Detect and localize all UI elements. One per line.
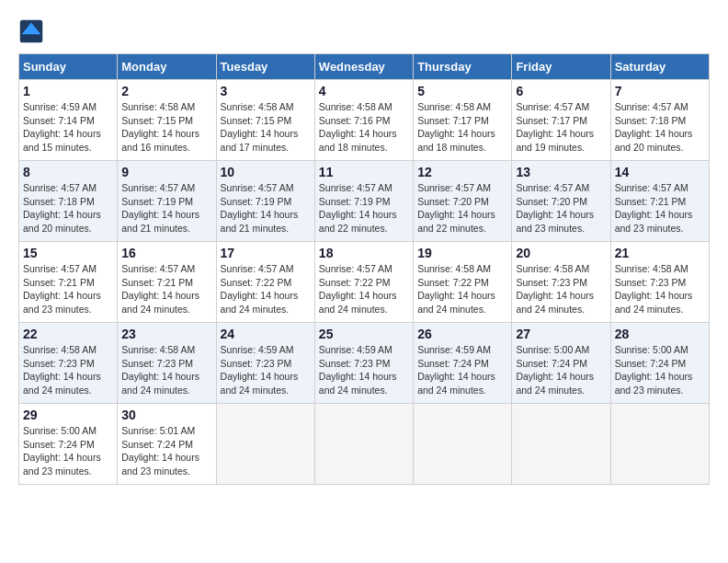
day-number: 9 [121, 165, 211, 179]
day-number: 30 [121, 408, 211, 422]
day-number: 27 [516, 327, 606, 341]
calendar-week-row-2: 8 Sunrise: 4:57 AM Sunset: 7:18 PM Dayli… [19, 161, 710, 242]
calendar-cell: 1 Sunrise: 4:59 AM Sunset: 7:14 PM Dayli… [19, 80, 118, 161]
col-header-sunday: Sunday [19, 54, 118, 80]
logo-icon [18, 18, 44, 44]
day-info: Sunrise: 4:57 AM Sunset: 7:18 PM Dayligh… [23, 181, 113, 236]
day-info: Sunrise: 4:59 AM Sunset: 7:23 PM Dayligh… [221, 343, 311, 397]
day-info: Sunrise: 5:00 AM Sunset: 7:24 PM Dayligh… [516, 343, 606, 397]
day-info: Sunrise: 4:58 AM Sunset: 7:17 PM Dayligh… [417, 100, 507, 155]
day-number: 19 [417, 246, 507, 260]
day-info: Sunrise: 4:57 AM Sunset: 7:19 PM Dayligh… [121, 181, 211, 236]
calendar-cell: 4 Sunrise: 4:58 AM Sunset: 7:16 PM Dayli… [314, 80, 413, 161]
day-info: Sunrise: 4:58 AM Sunset: 7:23 PM Dayligh… [121, 343, 211, 397]
day-number: 12 [417, 165, 507, 179]
day-info: Sunrise: 4:57 AM Sunset: 7:22 PM Dayligh… [319, 262, 409, 316]
calendar-cell: 26 Sunrise: 4:59 AM Sunset: 7:24 PM Dayl… [414, 323, 512, 404]
day-info: Sunrise: 4:58 AM Sunset: 7:15 PM Dayligh… [121, 100, 211, 155]
calendar-cell: 12 Sunrise: 4:57 AM Sunset: 7:20 PM Dayl… [414, 161, 512, 242]
day-number: 3 [221, 84, 311, 98]
calendar-cell: 15 Sunrise: 4:57 AM Sunset: 7:21 PM Dayl… [19, 242, 118, 323]
calendar-cell [216, 404, 314, 485]
day-info: Sunrise: 4:57 AM Sunset: 7:22 PM Dayligh… [221, 262, 311, 316]
day-number: 29 [23, 408, 113, 422]
calendar-cell: 16 Sunrise: 4:57 AM Sunset: 7:21 PM Dayl… [118, 242, 216, 323]
day-info: Sunrise: 4:57 AM Sunset: 7:19 PM Dayligh… [319, 181, 409, 236]
calendar-cell: 30 Sunrise: 5:01 AM Sunset: 7:24 PM Dayl… [118, 404, 216, 485]
day-number: 4 [319, 84, 409, 98]
day-info: Sunrise: 4:58 AM Sunset: 7:15 PM Dayligh… [221, 100, 311, 155]
col-header-monday: Monday [118, 54, 216, 80]
calendar-cell [314, 404, 413, 485]
day-number: 15 [23, 246, 113, 260]
day-info: Sunrise: 4:58 AM Sunset: 7:22 PM Dayligh… [417, 262, 507, 316]
day-info: Sunrise: 4:57 AM Sunset: 7:20 PM Dayligh… [516, 181, 606, 236]
day-info: Sunrise: 4:57 AM Sunset: 7:21 PM Dayligh… [121, 262, 211, 316]
calendar-cell: 18 Sunrise: 4:57 AM Sunset: 7:22 PM Dayl… [314, 242, 413, 323]
calendar-cell: 19 Sunrise: 4:58 AM Sunset: 7:22 PM Dayl… [414, 242, 512, 323]
day-number: 17 [221, 246, 311, 260]
calendar-cell: 6 Sunrise: 4:57 AM Sunset: 7:17 PM Dayli… [512, 80, 610, 161]
day-number: 16 [121, 246, 211, 260]
day-info: Sunrise: 4:58 AM Sunset: 7:23 PM Dayligh… [516, 262, 606, 316]
day-number: 11 [319, 165, 409, 179]
calendar-header-row: SundayMondayTuesdayWednesdayThursdayFrid… [19, 54, 710, 80]
day-info: Sunrise: 4:58 AM Sunset: 7:23 PM Dayligh… [23, 343, 113, 397]
calendar-cell: 21 Sunrise: 4:58 AM Sunset: 7:23 PM Dayl… [610, 242, 709, 323]
day-info: Sunrise: 4:57 AM Sunset: 7:17 PM Dayligh… [516, 100, 606, 155]
day-info: Sunrise: 5:01 AM Sunset: 7:24 PM Dayligh… [121, 424, 211, 478]
day-info: Sunrise: 5:00 AM Sunset: 7:24 PM Dayligh… [615, 343, 705, 397]
calendar-week-row-3: 15 Sunrise: 4:57 AM Sunset: 7:21 PM Dayl… [19, 242, 710, 323]
day-number: 6 [516, 84, 606, 98]
day-info: Sunrise: 5:00 AM Sunset: 7:24 PM Dayligh… [23, 424, 113, 478]
day-number: 13 [516, 165, 606, 179]
calendar-cell: 8 Sunrise: 4:57 AM Sunset: 7:18 PM Dayli… [19, 161, 118, 242]
calendar-cell: 3 Sunrise: 4:58 AM Sunset: 7:15 PM Dayli… [216, 80, 314, 161]
calendar-cell: 5 Sunrise: 4:58 AM Sunset: 7:17 PM Dayli… [414, 80, 512, 161]
day-info: Sunrise: 4:57 AM Sunset: 7:21 PM Dayligh… [23, 262, 113, 316]
calendar-cell: 27 Sunrise: 5:00 AM Sunset: 7:24 PM Dayl… [512, 323, 610, 404]
calendar-cell: 29 Sunrise: 5:00 AM Sunset: 7:24 PM Dayl… [19, 404, 118, 485]
day-number: 14 [615, 165, 705, 179]
day-number: 23 [121, 327, 211, 341]
day-number: 1 [23, 84, 113, 98]
col-header-tuesday: Tuesday [216, 54, 314, 80]
col-header-saturday: Saturday [610, 54, 709, 80]
calendar-cell: 2 Sunrise: 4:58 AM Sunset: 7:15 PM Dayli… [118, 80, 216, 161]
day-number: 26 [417, 327, 507, 341]
calendar-cell: 11 Sunrise: 4:57 AM Sunset: 7:19 PM Dayl… [314, 161, 413, 242]
col-header-thursday: Thursday [414, 54, 512, 80]
day-number: 22 [23, 327, 113, 341]
calendar-cell: 28 Sunrise: 5:00 AM Sunset: 7:24 PM Dayl… [610, 323, 709, 404]
day-number: 2 [121, 84, 211, 98]
calendar-week-row-1: 1 Sunrise: 4:59 AM Sunset: 7:14 PM Dayli… [19, 80, 710, 161]
calendar-cell: 14 Sunrise: 4:57 AM Sunset: 7:21 PM Dayl… [610, 161, 709, 242]
day-info: Sunrise: 4:59 AM Sunset: 7:24 PM Dayligh… [417, 343, 507, 397]
day-number: 21 [615, 246, 705, 260]
day-number: 20 [516, 246, 606, 260]
day-number: 5 [417, 84, 507, 98]
day-info: Sunrise: 4:57 AM Sunset: 7:18 PM Dayligh… [615, 100, 705, 155]
calendar-cell [512, 404, 610, 485]
calendar-cell: 10 Sunrise: 4:57 AM Sunset: 7:19 PM Dayl… [216, 161, 314, 242]
logo [18, 18, 48, 44]
day-number: 7 [615, 84, 705, 98]
calendar-cell: 22 Sunrise: 4:58 AM Sunset: 7:23 PM Dayl… [19, 323, 118, 404]
calendar-cell: 17 Sunrise: 4:57 AM Sunset: 7:22 PM Dayl… [216, 242, 314, 323]
day-number: 25 [319, 327, 409, 341]
col-header-wednesday: Wednesday [314, 54, 413, 80]
calendar-week-row-4: 22 Sunrise: 4:58 AM Sunset: 7:23 PM Dayl… [19, 323, 710, 404]
calendar-cell: 13 Sunrise: 4:57 AM Sunset: 7:20 PM Dayl… [512, 161, 610, 242]
day-number: 10 [221, 165, 311, 179]
svg-rect-2 [22, 35, 41, 40]
day-info: Sunrise: 4:58 AM Sunset: 7:16 PM Dayligh… [319, 100, 409, 155]
calendar-cell: 7 Sunrise: 4:57 AM Sunset: 7:18 PM Dayli… [610, 80, 709, 161]
day-info: Sunrise: 4:59 AM Sunset: 7:23 PM Dayligh… [319, 343, 409, 397]
calendar-cell [610, 404, 709, 485]
col-header-friday: Friday [512, 54, 610, 80]
day-number: 8 [23, 165, 113, 179]
day-number: 18 [319, 246, 409, 260]
day-info: Sunrise: 4:57 AM Sunset: 7:21 PM Dayligh… [615, 181, 705, 236]
day-info: Sunrise: 4:59 AM Sunset: 7:14 PM Dayligh… [23, 100, 113, 155]
day-number: 24 [221, 327, 311, 341]
